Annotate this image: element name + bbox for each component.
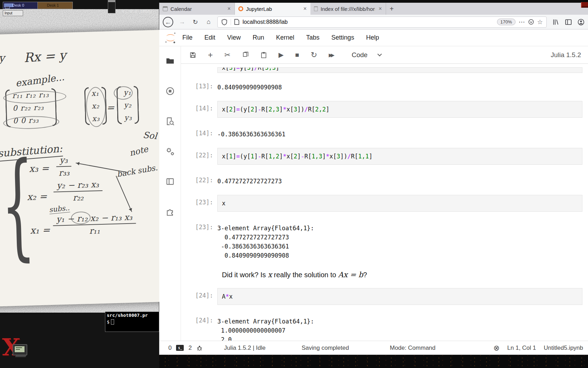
tab-file-index[interactable]: Index of file:///x/libb/hom × <box>310 3 386 15</box>
open-tabs-icon[interactable] <box>165 177 175 186</box>
tracking-protection-icon[interactable] <box>221 19 227 25</box>
code-token: ] <box>276 67 279 71</box>
run-cell-icon[interactable]: ▶ <box>279 52 284 58</box>
paste-cells-icon[interactable] <box>260 52 267 59</box>
code-token: 3 <box>229 67 232 71</box>
xterm-desktop-icon[interactable]: X <box>2 335 37 363</box>
terminal-prompt: $ <box>107 319 110 325</box>
page-actions-icon[interactable]: ⋯ <box>519 18 525 26</box>
reload-button[interactable]: ↻ <box>191 18 200 26</box>
bug-icon[interactable] <box>196 345 203 351</box>
input-mini-window[interactable]: Input <box>3 10 23 16</box>
hw-subs-label: subs.. <box>49 204 70 214</box>
code-token: = <box>236 106 240 113</box>
url-bar[interactable]: localhost:8888/lab 170% ⋯ ☆ <box>217 16 547 28</box>
code-input[interactable]: x[3]=y[3]/R[3,3] <box>217 67 582 73</box>
terminal-window[interactable]: src/shot0007.pr $ <box>105 312 159 332</box>
kernel-status[interactable]: Julia 1.5.2 | Idle <box>224 345 266 352</box>
menu-run[interactable]: Run <box>252 33 265 43</box>
tab-jupyterlab[interactable]: JupyterLab × <box>235 3 310 15</box>
output-line: 0.4772727272727273 <box>217 177 582 186</box>
running-sessions-icon[interactable] <box>165 86 175 96</box>
cell-prompt <box>181 269 217 279</box>
pocket-icon[interactable] <box>528 19 534 25</box>
add-cell-icon[interactable]: + <box>208 51 213 59</box>
terminal-count[interactable]: 2 <box>188 345 191 352</box>
account-icon[interactable] <box>578 19 584 26</box>
jupyter-logo <box>164 32 177 44</box>
menu-settings[interactable]: Settings <box>331 33 355 43</box>
property-inspector-icon[interactable] <box>165 146 175 156</box>
code-token: x[ <box>286 106 293 113</box>
copy-cells-icon[interactable] <box>242 52 249 58</box>
code-input[interactable]: x[2]=(y[2]-R[2,3]*x[3])/R[2,2] <box>217 101 582 118</box>
tab-close-icon[interactable]: × <box>302 6 308 12</box>
mini-window[interactable] <box>108 0 115 13</box>
code-token: ] <box>279 106 283 113</box>
code-token: ] <box>326 106 329 113</box>
menu-edit[interactable]: Edit <box>204 33 216 43</box>
cursor-position[interactable]: Ln 1, Col 1 <box>507 345 536 352</box>
back-button[interactable]: ← <box>163 17 173 27</box>
markdown-text: really the solution to <box>272 271 338 279</box>
jupyter-favicon <box>238 6 243 11</box>
saving-status: Saving completed <box>302 345 349 352</box>
code-token: - <box>258 153 261 160</box>
kernel-count[interactable]: 0 <box>168 345 172 352</box>
command-palette-icon[interactable] <box>165 116 175 126</box>
zoom-indicator[interactable]: 170% <box>497 19 516 25</box>
menu-help[interactable]: Help <box>365 33 380 43</box>
menu-file[interactable]: File <box>182 33 193 43</box>
hw-eq-x3-fraction: y₃ r₃₃ <box>56 155 72 178</box>
menu-tabs[interactable]: Tabs <box>306 33 320 43</box>
markdown-cell[interactable]: Did it work? Is x really the solution to… <box>217 269 582 279</box>
home-button[interactable]: ⌂ <box>204 18 213 26</box>
pager-desk-0[interactable]: Desk 0 <box>3 2 38 9</box>
tab-close-icon[interactable]: × <box>378 6 383 12</box>
restart-run-all-icon[interactable]: ▶▶ <box>329 53 335 57</box>
cell-type-dropdown[interactable]: Code <box>352 51 380 59</box>
code-token: 3 <box>294 106 297 113</box>
extension-manager-icon[interactable] <box>165 207 175 217</box>
navigation-toolbar: ← → ↻ ⌂ localhost:8888/lab 170% ⋯ ☆ <box>159 15 588 29</box>
terminal-cursor <box>111 319 114 325</box>
notebook-content[interactable]: x[3]=y[3]/R[3,3][13]:0.8409090909090908[… <box>181 64 588 341</box>
menu-kernel[interactable]: Kernel <box>275 33 295 43</box>
notebook-cell: [22]:x[1]=(y[1]-R[1,2]*x[2]-R[1,3]*x[3])… <box>181 148 582 165</box>
sidebars-icon[interactable] <box>565 19 572 26</box>
math-text: Ax = b <box>338 271 363 279</box>
cell-output: -0.3863636363636361 <box>217 127 582 139</box>
url-text[interactable]: localhost:8888/lab <box>243 19 288 25</box>
restart-kernel-icon[interactable]: ↻ <box>311 51 317 59</box>
bookmark-star-icon[interactable]: ☆ <box>537 18 543 26</box>
math-text: x <box>268 271 272 279</box>
code-input[interactable]: A*x <box>217 288 582 305</box>
file-browser-icon[interactable] <box>165 56 175 66</box>
forward-button[interactable]: → <box>177 18 187 26</box>
code-input[interactable]: x[1]=(y[1]-R[1,2]*x[2]-R[1,3]*x[3])/R[1,… <box>217 148 582 165</box>
code-token: ] <box>322 153 326 160</box>
save-icon[interactable] <box>189 52 196 59</box>
desktop-wallpaper-strip <box>159 355 588 368</box>
code-input[interactable]: x <box>217 195 582 212</box>
kernel-name-label[interactable]: Julia 1.5.2 <box>551 51 581 59</box>
cell-prompt: [24]: <box>181 288 217 305</box>
tab-calendar[interactable]: Calendar × <box>159 3 235 15</box>
notebook-filename: Untitled5.ipynb <box>544 345 583 352</box>
pager-desk-1[interactable]: Desk 1 <box>38 2 73 9</box>
library-icon[interactable] <box>552 19 559 26</box>
new-tab-button[interactable]: + <box>386 3 397 15</box>
code-token: 3,3 <box>265 67 276 71</box>
code-token: ]) <box>340 153 347 160</box>
output-line: -0.3863636363636361 <box>217 242 582 251</box>
close-status-icon[interactable]: ⊗ <box>493 344 500 352</box>
menu-view[interactable]: View <box>226 33 241 43</box>
output-line: 0.8409090909090908 <box>217 251 582 260</box>
cut-cells-icon[interactable]: ✂ <box>224 51 231 59</box>
notebook-mode[interactable]: Mode: Command <box>390 345 435 352</box>
tab-close-icon[interactable]: × <box>226 6 232 12</box>
handwritten-notes-paper: y Rx = y example... r₁₁ r₁₂ r₁₃ 0 r₂₂ r₂… <box>0 30 159 307</box>
cell-prompt: [23]: <box>181 195 217 212</box>
site-info-icon[interactable] <box>234 19 239 25</box>
interrupt-kernel-icon[interactable]: ■ <box>295 52 299 58</box>
